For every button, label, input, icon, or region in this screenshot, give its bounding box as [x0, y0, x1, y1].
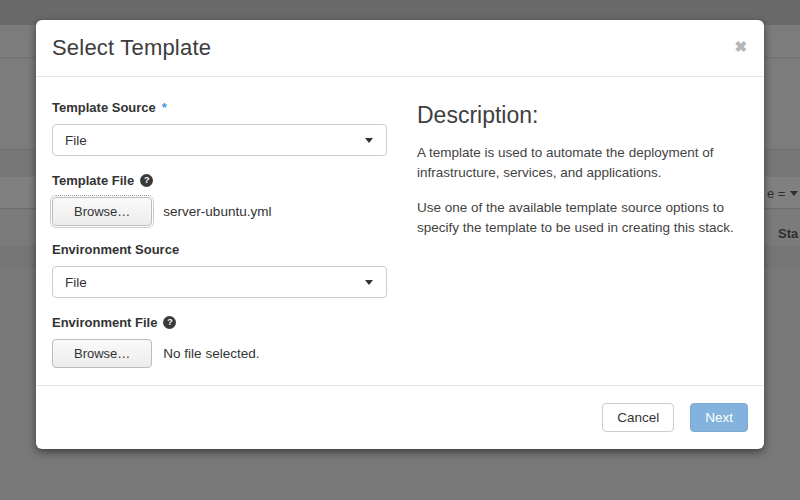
select-template-modal: Select Template ✖ Template Source * File…: [36, 20, 764, 449]
environment-file-label-text: Environment File: [52, 315, 157, 330]
template-source-value: File: [65, 133, 87, 148]
description-paragraph: A template is used to automate the deplo…: [417, 143, 737, 184]
environment-file-browse-button[interactable]: Browse…: [52, 339, 152, 368]
environment-file-label: Environment File ?: [52, 315, 387, 330]
caret-down-icon: [365, 138, 373, 143]
template-file-label: Template File ?: [52, 173, 387, 188]
modal-body: Template Source * File Template File ? B…: [36, 77, 764, 386]
caret-down-icon: [790, 191, 798, 196]
environment-source-select[interactable]: File: [52, 266, 387, 298]
template-file-name: server-ubuntu.yml: [163, 204, 271, 219]
template-file-label-text: Template File: [52, 173, 134, 188]
description-column: Description: A template is used to autom…: [417, 100, 737, 385]
environment-source-value: File: [65, 275, 87, 290]
environment-file-name: No file selected.: [163, 346, 259, 361]
environment-source-label: Environment Source: [52, 242, 387, 257]
caret-down-icon: [365, 280, 373, 285]
description-paragraph: Use one of the available template source…: [417, 198, 737, 239]
close-icon[interactable]: ✖: [732, 35, 749, 58]
modal-footer: Cancel Next: [36, 386, 764, 449]
template-source-label-text: Template Source: [52, 100, 156, 115]
modal-title: Select Template: [52, 35, 211, 61]
filter-fragment-text: e =: [767, 186, 785, 201]
modal-header: Select Template ✖: [36, 20, 764, 77]
template-source-label: Template Source *: [52, 100, 387, 115]
required-asterisk: *: [162, 100, 167, 115]
background-filter-fragment: e =: [767, 186, 798, 201]
environment-file-row: Browse… No file selected.: [52, 339, 387, 368]
template-file-browse-button[interactable]: Browse…: [52, 197, 152, 226]
template-file-row: Browse… server-ubuntu.yml: [52, 197, 387, 226]
help-icon: ?: [140, 174, 153, 187]
next-button[interactable]: Next: [690, 403, 748, 432]
background-table-header-fragment: Sta: [778, 226, 798, 241]
description-heading: Description:: [417, 102, 737, 129]
cancel-button[interactable]: Cancel: [602, 403, 674, 432]
help-icon: ?: [163, 316, 176, 329]
template-source-select[interactable]: File: [52, 124, 387, 156]
form-column: Template Source * File Template File ? B…: [52, 100, 387, 385]
